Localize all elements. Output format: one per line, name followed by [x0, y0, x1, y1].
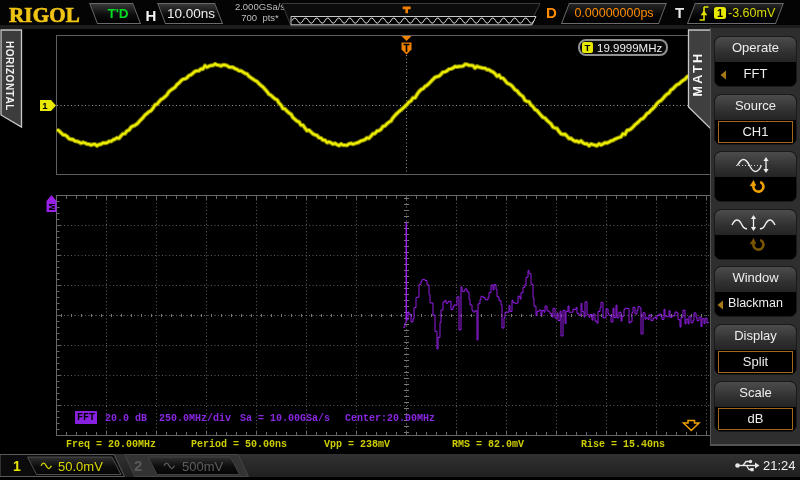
svg-text:M: M	[47, 203, 57, 210]
